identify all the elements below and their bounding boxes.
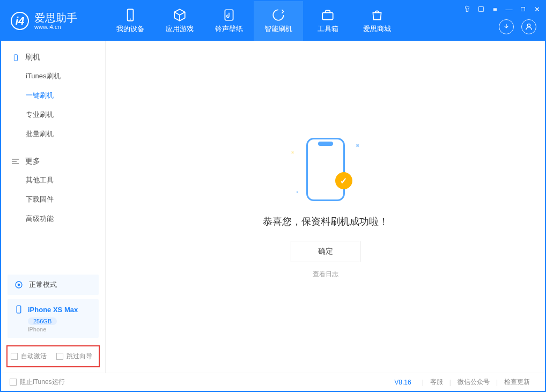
phone-graphic	[306, 138, 345, 201]
sidebar-item-itunes-flash[interactable]: iTunes刷机	[1, 66, 105, 86]
download-icon	[502, 23, 511, 31]
note-icon	[477, 5, 485, 13]
maximize-button[interactable]	[518, 4, 528, 14]
feedback-button[interactable]	[476, 4, 486, 14]
check-badge-icon: ✓	[335, 172, 352, 189]
theme-button[interactable]	[462, 4, 472, 14]
device-type: iPhone	[28, 326, 92, 332]
svg-point-4	[527, 24, 530, 27]
svg-rect-6	[521, 8, 525, 11]
user-icon	[525, 23, 533, 31]
svg-rect-7	[14, 54, 17, 60]
header: i4 爱思助手 www.i4.cn 我的设备 应用游戏 铃声壁纸 智能刷机	[1, 1, 545, 41]
checkbox-icon	[56, 353, 63, 360]
sidebar-item-batch-flash[interactable]: 批量刷机	[1, 124, 105, 144]
version-label: V8.16	[394, 379, 411, 386]
svg-point-1	[130, 19, 131, 20]
checkbox-icon	[10, 379, 17, 386]
checkbox-icon	[11, 353, 18, 360]
square-icon	[520, 6, 526, 12]
logo-subtitle: www.i4.cn	[34, 24, 77, 30]
close-button[interactable]: ✕	[532, 4, 542, 14]
device-name: iPhone XS Max	[28, 306, 78, 314]
sidebar-item-download-firmware[interactable]: 下载固件	[1, 190, 105, 209]
sidebar-group-flash: 刷机	[1, 48, 105, 66]
tab-toolbox[interactable]: 工具箱	[303, 1, 352, 41]
tab-my-device[interactable]: 我的设备	[106, 1, 155, 41]
sparkle-icon: ✦	[289, 149, 296, 156]
footer-link-wechat[interactable]: 微信公众号	[451, 378, 496, 387]
sidebar-item-oneclick-flash[interactable]: 一键刷机	[1, 86, 105, 105]
footer-link-update[interactable]: 检查更新	[498, 378, 536, 387]
svg-point-9	[18, 284, 20, 286]
sidebar-item-other-tools[interactable]: 其他工具	[1, 171, 105, 190]
device-card[interactable]: iPhone XS Max 256GB iPhone	[8, 299, 99, 338]
device-storage: 256GB	[28, 317, 57, 325]
svg-rect-10	[17, 306, 21, 313]
logo-icon: i4	[11, 12, 29, 30]
shirt-icon	[463, 5, 471, 13]
tab-ringtone-wallpaper[interactable]: 铃声壁纸	[204, 1, 254, 41]
logo: i4 爱思助手 www.i4.cn	[1, 1, 106, 41]
sidebar: 刷机 iTunes刷机 一键刷机 专业刷机 批量刷机 更多 其他工具 下载固件 …	[1, 41, 106, 373]
sparkle-icon: ✦	[294, 189, 300, 195]
footer-link-support[interactable]: 客服	[424, 378, 449, 387]
device-icon	[123, 8, 137, 22]
sidebar-group-more: 更多	[1, 152, 105, 171]
list-icon	[12, 158, 20, 166]
minimize-button[interactable]: —	[504, 4, 514, 14]
auto-activate-checkbox[interactable]: 自动激活	[11, 352, 47, 361]
sparkle-icon: ✦	[352, 142, 361, 151]
stop-itunes-checkbox[interactable]: 阻止iTunes运行	[10, 378, 65, 387]
success-illustration: ✦ ✦ ✦ ✓	[288, 135, 363, 204]
tab-store[interactable]: 爱思商城	[352, 1, 402, 41]
ok-button[interactable]: 确定	[291, 241, 360, 262]
music-file-icon	[222, 8, 236, 22]
tab-apps-games[interactable]: 应用游戏	[155, 1, 204, 41]
tab-smart-flash[interactable]: 智能刷机	[254, 1, 303, 41]
footer: 阻止iTunes运行 V8.16 | 客服 | 微信公众号 | 检查更新	[1, 373, 545, 391]
download-manager-button[interactable]	[499, 19, 514, 34]
sidebar-item-pro-flash[interactable]: 专业刷机	[1, 105, 105, 124]
flash-options-highlight: 自动激活 跳过向导	[6, 345, 100, 367]
mode-card[interactable]: 正常模式	[8, 275, 99, 295]
svg-rect-5	[478, 6, 483, 11]
svg-rect-3	[322, 13, 333, 20]
account-button[interactable]	[521, 19, 536, 34]
shopping-bag-icon	[370, 8, 384, 22]
device-phone-icon	[14, 305, 24, 314]
mode-icon	[14, 280, 24, 290]
view-log-link[interactable]: 查看日志	[313, 270, 338, 279]
success-message: 恭喜您，保资料刷机成功啦！	[263, 215, 388, 228]
main-content: ✦ ✦ ✦ ✓ 恭喜您，保资料刷机成功啦！ 确定 查看日志	[106, 41, 545, 373]
sidebar-item-advanced[interactable]: 高级功能	[1, 209, 105, 228]
toolbox-icon	[321, 8, 335, 22]
skip-guide-checkbox[interactable]: 跳过向导	[56, 352, 92, 361]
menu-button[interactable]: ≡	[490, 4, 500, 14]
phone-icon	[12, 54, 20, 62]
cube-icon	[173, 8, 187, 22]
refresh-shield-icon	[271, 8, 285, 22]
logo-title: 爱思助手	[34, 12, 77, 24]
